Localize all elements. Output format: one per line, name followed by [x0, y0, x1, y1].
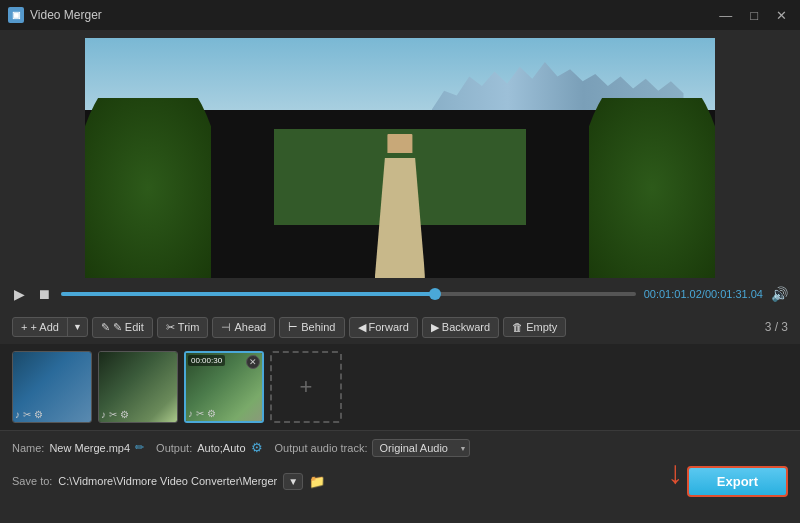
edit-label: ✎ Edit	[113, 321, 144, 334]
app-title: Video Merger	[30, 8, 102, 22]
clip-1-thumbnail: ♪ ✂ ⚙	[13, 352, 91, 422]
settings-icon-3: ⚙	[207, 408, 216, 419]
timeline: ♪ ✂ ⚙ ♪ ✂ ⚙ 00:00:30 ✕ ♪ ✂ ⚙ +	[0, 344, 800, 430]
title-bar: ▣ Video Merger — □ ✕	[0, 0, 800, 30]
trim-button[interactable]: ✂ Trim	[157, 317, 209, 338]
audio-select[interactable]: Original Audio No Audio	[372, 439, 470, 457]
trim-icon-1: ✂	[23, 409, 31, 420]
save-label: Save to:	[12, 475, 52, 487]
audio-label: Output audio track:	[275, 442, 368, 454]
clip-3-time: 00:00:30	[188, 355, 225, 366]
backward-icon: ▶	[431, 321, 439, 334]
minimize-button[interactable]: —	[714, 6, 737, 25]
clip-2[interactable]: ♪ ✂ ⚙	[98, 351, 178, 423]
trim-icon-2: ✂	[109, 409, 117, 420]
wave-icon-2: ♪	[101, 409, 106, 420]
output-value: Auto;Auto	[197, 442, 245, 454]
plus-icon: +	[21, 321, 27, 333]
play-button[interactable]: ▶	[12, 284, 27, 304]
trees-left	[85, 98, 211, 278]
add-button-group[interactable]: + + Add ▼	[12, 317, 88, 337]
toolbar: + + Add ▼ ✎ ✎ Edit ✂ Trim ⊣ Ahead ⊢ Behi…	[0, 310, 800, 344]
ahead-icon: ⊣	[221, 321, 231, 334]
behind-button[interactable]: ⊢ Behind	[279, 317, 344, 338]
trim-label: Trim	[178, 321, 200, 333]
save-bar: Save to: C:\Vidmore\Vidmore Video Conver…	[0, 464, 800, 498]
progress-track[interactable]	[61, 292, 636, 296]
empty-label: Empty	[526, 321, 557, 333]
ahead-button[interactable]: ⊣ Ahead	[212, 317, 275, 338]
clip-3-thumbnail: 00:00:30 ✕ ♪ ✂ ⚙	[186, 353, 262, 421]
output-label: Output:	[156, 442, 192, 454]
ahead-label: Ahead	[234, 321, 266, 333]
save-dropdown-button[interactable]: ▼	[283, 473, 303, 490]
add-dropdown-button[interactable]: ▼	[68, 319, 87, 335]
output-field-group: Output: Auto;Auto ⚙	[156, 440, 262, 455]
behind-label: Behind	[301, 321, 335, 333]
time-display: 00:01:01.02/00:01:31.04	[644, 288, 763, 300]
save-path: C:\Vidmore\Vidmore Video Converter\Merge…	[58, 475, 277, 487]
name-value: New Merge.mp4	[49, 442, 130, 454]
clip-2-icons: ♪ ✂ ⚙	[101, 409, 129, 420]
settings-icon-2: ⚙	[120, 409, 129, 420]
stop-button[interactable]: ⏹	[35, 284, 53, 304]
app-icon: ▣	[8, 7, 24, 23]
clip-1-icons: ♪ ✂ ⚙	[15, 409, 43, 420]
total-time: 00:01:31.04	[705, 288, 763, 300]
progress-fill	[61, 292, 435, 296]
add-label: + Add	[30, 321, 58, 333]
folder-icon[interactable]: 📁	[309, 474, 325, 489]
name-edit-icon[interactable]: ✏	[135, 441, 144, 454]
edit-button[interactable]: ✎ ✎ Edit	[92, 317, 153, 338]
progress-thumb[interactable]	[429, 288, 441, 300]
audio-field-group: Output audio track: Original Audio No Au…	[275, 439, 471, 457]
trees-right	[589, 98, 715, 278]
forward-icon: ◀	[358, 321, 366, 334]
export-button[interactable]: Export	[687, 466, 788, 497]
wave-icon-3: ♪	[188, 408, 193, 419]
close-button[interactable]: ✕	[771, 6, 792, 25]
clip-count: 3 / 3	[765, 320, 788, 334]
memorial	[387, 134, 412, 153]
video-preview	[85, 38, 715, 278]
forward-button[interactable]: ◀ Forward	[349, 317, 418, 338]
playback-controls: ▶ ⏹ 00:01:01.02/00:01:31.04 🔊	[0, 278, 800, 310]
red-arrow-icon: →	[658, 459, 695, 491]
trim-icon-3: ✂	[196, 408, 204, 419]
clip-1[interactable]: ♪ ✂ ⚙	[12, 351, 92, 423]
backward-button[interactable]: ▶ Backward	[422, 317, 499, 338]
volume-icon[interactable]: 🔊	[771, 286, 788, 302]
current-time: 00:01:01.02	[644, 288, 702, 300]
behind-icon: ⊢	[288, 321, 298, 334]
clip-3-icons: ♪ ✂ ⚙	[188, 408, 216, 419]
edit-icon: ✎	[101, 321, 110, 334]
add-button[interactable]: + + Add	[13, 318, 68, 336]
scissors-icon: ✂	[166, 321, 175, 334]
clip-2-thumbnail: ♪ ✂ ⚙	[99, 352, 177, 422]
maximize-button[interactable]: □	[745, 6, 763, 25]
window-controls: — □ ✕	[714, 6, 792, 25]
clip-3-close[interactable]: ✕	[246, 355, 260, 369]
name-label: Name:	[12, 442, 44, 454]
audio-select-wrapper[interactable]: Original Audio No Audio	[372, 439, 470, 457]
wave-icon: ♪	[15, 409, 20, 420]
trash-icon: 🗑	[512, 321, 523, 333]
video-frame	[85, 38, 715, 278]
add-clip-button[interactable]: +	[270, 351, 342, 423]
clip-3[interactable]: 00:00:30 ✕ ♪ ✂ ⚙	[184, 351, 264, 423]
name-field-group: Name: New Merge.mp4 ✏	[12, 441, 144, 454]
output-gear-icon[interactable]: ⚙	[251, 440, 263, 455]
empty-button[interactable]: 🗑 Empty	[503, 317, 566, 337]
forward-label: Forward	[369, 321, 409, 333]
settings-icon-1: ⚙	[34, 409, 43, 420]
backward-label: Backward	[442, 321, 490, 333]
